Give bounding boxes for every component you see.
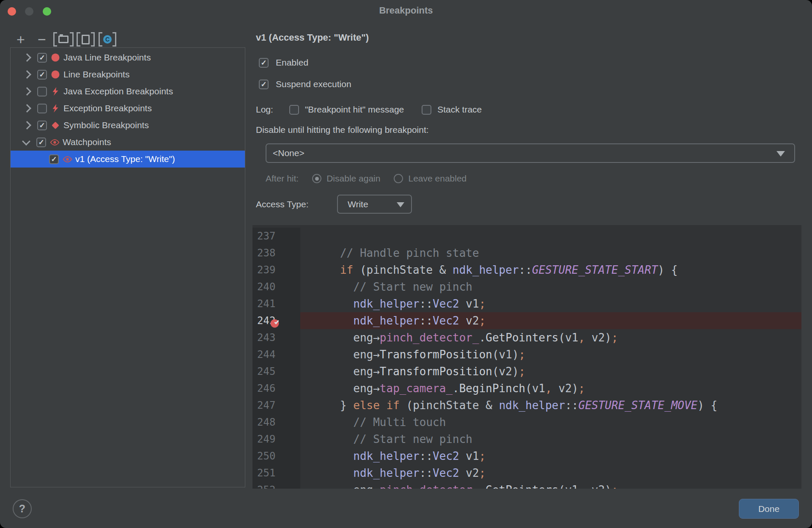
suspend-execution-checkbox[interactable]: ✓ (259, 80, 269, 89)
code-line-text: eng→TransformPosition(v1); (300, 346, 801, 363)
chevron-right-icon[interactable] (23, 87, 31, 96)
move-to-file-group-button[interactable] (74, 32, 96, 47)
code-line-text: ndk_helper::Vec2 v2; (300, 465, 801, 481)
bolt-icon (50, 87, 61, 96)
code-line-246: 246 eng→tap_camera_.BeginPinch(v1, v2); (252, 380, 801, 397)
remove-breakpoint-button[interactable]: − (31, 32, 52, 47)
line-number: 248 (252, 414, 300, 431)
help-button[interactable]: ? (13, 499, 32, 518)
eye-icon (49, 137, 60, 148)
tree-item-5[interactable]: ✓Watchpoints (11, 134, 245, 151)
code-line-text: if (pinchState & ndk_helper::GESTURE_STA… (300, 261, 801, 278)
line-number: 239 (252, 261, 300, 278)
line-number: 242 (252, 312, 300, 329)
circle-icon (50, 70, 61, 79)
eye-icon (62, 154, 73, 165)
code-line-245: 245 eng→TransformPosition(v2); (252, 363, 801, 380)
line-number: 240 (252, 278, 300, 295)
line-number: 250 (252, 448, 300, 465)
line-number: 244 (252, 346, 300, 363)
tree-item-checkbox[interactable]: ✓ (49, 154, 59, 164)
group-class-icon: C (96, 32, 118, 47)
bolt-icon (50, 104, 61, 113)
tree-item-4[interactable]: ✓Symbolic Breakpoints (11, 117, 245, 134)
code-line-text: eng→TransformPosition(v2); (300, 363, 801, 380)
chevron-down-icon[interactable] (22, 137, 30, 146)
stack-trace-checkbox[interactable]: ✓ (422, 105, 431, 115)
code-line-text: // Start new pinch (300, 278, 801, 295)
dropdown-arrow-icon (776, 151, 785, 157)
after-hit-label: After hit: (266, 173, 299, 184)
group-by-class-button[interactable]: C (96, 32, 118, 47)
access-type-dropdown[interactable]: Write (337, 195, 412, 214)
tree-item-checkbox[interactable]: ✓ (37, 87, 47, 96)
move-to-group-button[interactable] (52, 32, 74, 47)
done-button[interactable]: Done (739, 499, 799, 519)
disable-again-radio[interactable] (312, 174, 321, 183)
code-preview[interactable]: 237238 // Handle pinch state239 if (pinc… (252, 225, 801, 489)
code-line-237: 237 (252, 228, 801, 245)
breakpoints-toolbar: + − C (10, 31, 118, 47)
tree-item-1[interactable]: ✓Line Breakpoints (11, 66, 245, 83)
code-line-text: // Multi touch (300, 414, 801, 431)
disable-until-dropdown[interactable]: <None> (266, 143, 795, 163)
tree-item-checkbox[interactable]: ✓ (36, 138, 46, 147)
tree-item-0[interactable]: ✓Java Line Breakpoints (11, 49, 245, 66)
code-line-238: 238 // Handle pinch state (252, 245, 801, 261)
access-type-value: Write (348, 199, 368, 209)
tree-item-checkbox[interactable]: ✓ (37, 104, 47, 113)
chevron-right-icon[interactable] (23, 104, 31, 113)
code-line-text: ndk_helper::Vec2 v1; (300, 448, 801, 465)
code-line-244: 244 eng→TransformPosition(v1); (252, 346, 801, 363)
code-line-text: eng→tap_camera_.BeginPinch(v1, v2); (300, 380, 801, 397)
tree-item-label: Java Exception Breakpoints (63, 86, 173, 96)
code-line-text: eng→pinch_detector_.GetPointers(v1, v2); (300, 329, 801, 346)
code-line-text: ndk_helper::Vec2 v2; (300, 312, 801, 329)
breakpoints-dialog: Breakpoints + − C ✓Java Line Breakpoints… (0, 0, 812, 528)
line-number: 241 (252, 295, 300, 312)
line-number: 245 (252, 363, 300, 380)
line-number: 237 (252, 228, 300, 245)
chevron-right-icon[interactable] (23, 53, 31, 62)
tree-item-label: Exception Breakpoints (63, 103, 152, 113)
code-line-text: ndk_helper::Vec2 v1; (300, 295, 801, 312)
minus-icon: − (38, 31, 46, 48)
leave-enabled-radio[interactable] (394, 174, 403, 183)
code-line-240: 240 // Start new pinch (252, 278, 801, 295)
stack-trace-label: Stack trace (437, 104, 482, 115)
line-number: 238 (252, 245, 300, 261)
enabled-row: ✓ Enabled (259, 58, 308, 68)
breakpoint-hit-message-checkbox[interactable]: ✓ (289, 105, 299, 115)
chevron-right-icon[interactable] (23, 70, 31, 79)
code-line-242: 242 ndk_helper::Vec2 v2; (252, 312, 801, 329)
titlebar: Breakpoints (0, 0, 812, 23)
disable-again-label: Disable again (326, 173, 380, 184)
tree-item-checkbox[interactable]: ✓ (37, 121, 47, 130)
watchpoint-badge-icon[interactable] (270, 316, 280, 325)
enabled-checkbox[interactable]: ✓ (259, 58, 269, 68)
after-hit-row: After hit: Disable again Leave enabled (266, 170, 466, 187)
code-line-239: 239 if (pinchState & ndk_helper::GESTURE… (252, 261, 801, 278)
line-number: 252 (252, 481, 300, 489)
chevron-right-icon[interactable] (23, 121, 31, 129)
breakpoints-tree[interactable]: ✓Java Line Breakpoints✓Line Breakpoints✓… (10, 47, 245, 487)
leave-enabled-label: Leave enabled (408, 173, 466, 184)
plus-icon: + (16, 31, 25, 48)
code-line-252: 252 eng→pinch_detector_.GetPointers(v1, … (252, 481, 801, 489)
code-line-text: eng→pinch_detector_.GetPointers(v1, v2); (300, 481, 801, 489)
tree-item-label: v1 (Access Type: "Write") (75, 154, 175, 164)
tree-item-label: Java Line Breakpoints (63, 52, 151, 63)
tree-item-6[interactable]: ✓v1 (Access Type: "Write") (11, 151, 245, 168)
log-row: Log: ✓ "Breakpoint hit" message ✓ Stack … (256, 104, 482, 115)
tree-item-checkbox[interactable]: ✓ (37, 53, 47, 63)
tree-item-3[interactable]: ✓Exception Breakpoints (11, 100, 245, 117)
disable-until-label: Disable until hitting the following brea… (256, 125, 429, 135)
breakpoint-hit-message-label: "Breakpoint hit" message (305, 104, 404, 115)
code-line-248: 248 // Multi touch (252, 414, 801, 431)
group-folder-icon (52, 32, 74, 47)
tree-item-2[interactable]: ✓Java Exception Breakpoints (11, 83, 245, 100)
dropdown-arrow-icon (397, 202, 404, 207)
code-line-243: 243 eng→pinch_detector_.GetPointers(v1, … (252, 329, 801, 346)
add-breakpoint-button[interactable]: + (10, 32, 31, 47)
tree-item-checkbox[interactable]: ✓ (37, 70, 47, 80)
